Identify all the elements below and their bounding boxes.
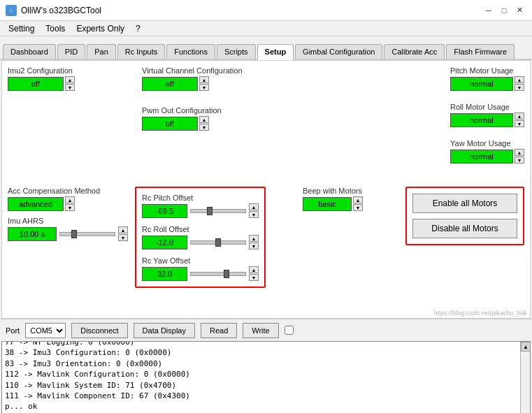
tab-pan[interactable]: Pan: [87, 44, 116, 59]
pwm-out-input[interactable]: [142, 117, 198, 131]
tab-flash-firmware[interactable]: Flash Firmware: [446, 44, 515, 59]
yaw-motor-down[interactable]: ▼: [515, 157, 524, 164]
bottom-bar: Port COM5 Disconnect Data Display Read W…: [0, 319, 532, 341]
rc-roll-input[interactable]: [142, 236, 187, 249]
log-line: p... ok: [5, 401, 517, 412]
pitch-motor-down[interactable]: ▼: [515, 84, 524, 91]
rc-roll-slider-track[interactable]: [190, 240, 246, 245]
scroll-track: [521, 352, 530, 413]
rc-yaw-input[interactable]: [142, 267, 187, 281]
menu-setting[interactable]: Setting: [3, 22, 40, 35]
pwm-out-down[interactable]: ▼: [199, 124, 209, 131]
imu2-input[interactable]: [8, 77, 64, 91]
roll-motor-section: Roll Motor Usage ▲ ▼: [450, 103, 524, 127]
disable-motors-button[interactable]: Disable all Motors: [412, 219, 517, 238]
tab-calibrate-acc[interactable]: Calibrate Acc: [384, 44, 445, 59]
roll-motor-down[interactable]: ▼: [515, 120, 524, 127]
tab-pid[interactable]: PID: [57, 44, 85, 59]
maximize-button[interactable]: □: [497, 4, 511, 17]
tab-dashboard[interactable]: Dashboard: [3, 44, 56, 59]
pitch-motor-input[interactable]: [450, 77, 513, 91]
imu2-section: Imu2 Configuration ▲ ▼: [8, 66, 75, 91]
virtual-ch-up[interactable]: ▲: [199, 76, 209, 83]
roll-motor-arrows: ▲ ▼: [515, 113, 524, 127]
rc-pitch-slider-track[interactable]: [190, 209, 246, 213]
port-select[interactable]: COM5: [25, 323, 66, 338]
pitch-motor-label: Pitch Motor Usage: [450, 66, 524, 75]
rc-yaw-slider-thumb[interactable]: [224, 270, 229, 278]
acc-comp-section: Acc Compensation Method ▲ ▼ Imu AHRS ▲ ▼: [8, 187, 128, 241]
virtual-ch-input-group: ▲ ▼: [142, 76, 243, 91]
rc-roll-up[interactable]: ▲: [249, 235, 259, 242]
data-display-button[interactable]: Data Display: [134, 323, 195, 338]
read-button[interactable]: Read: [201, 323, 237, 338]
tab-functions[interactable]: Functions: [166, 44, 215, 59]
title-bar-controls: ─ □ ✕: [482, 4, 526, 17]
write-button[interactable]: Write: [243, 323, 278, 338]
menu-experts-only[interactable]: Experts Only: [71, 22, 130, 35]
roll-motor-input[interactable]: [450, 113, 513, 127]
imu-ahrs-slider-thumb[interactable]: [71, 230, 77, 238]
tab-scripts[interactable]: Scripts: [217, 44, 256, 59]
rc-roll-down[interactable]: ▼: [249, 242, 259, 249]
log-area[interactable]: 77 -> NT Logging: 0 (0x0000)38 -> Imu3 C…: [2, 342, 520, 413]
port-label: Port: [6, 326, 20, 335]
pwm-out-up[interactable]: ▲: [199, 116, 209, 123]
roll-motor-label: Roll Motor Usage: [450, 103, 524, 111]
tab-bar: Dashboard PID Pan Rc Inputs Functions Sc…: [0, 36, 532, 60]
menu-help[interactable]: ?: [130, 22, 146, 35]
roll-motor-up[interactable]: ▲: [515, 113, 524, 119]
rc-roll-slider-group: ▲ ▼: [142, 235, 259, 249]
enable-motors-button[interactable]: Enable all Motors: [412, 194, 517, 213]
acc-comp-up[interactable]: ▲: [65, 196, 75, 203]
rc-yaw-slider-track[interactable]: [190, 272, 246, 276]
motor-buttons-box: Enable all Motors Disable all Motors: [405, 187, 524, 245]
rc-roll-arrows: ▲ ▼: [249, 235, 259, 249]
imu2-up[interactable]: ▲: [65, 76, 75, 83]
pitch-motor-up[interactable]: ▲: [515, 76, 524, 83]
beep-up[interactable]: ▲: [353, 196, 363, 203]
log-container: 77 -> NT Logging: 0 (0x0000)38 -> Imu3 C…: [1, 341, 531, 413]
minimize-button[interactable]: ─: [482, 4, 496, 17]
imu-ahrs-slider-track[interactable]: [59, 232, 115, 236]
disconnect-button[interactable]: Disconnect: [71, 323, 127, 338]
scroll-up[interactable]: ▲: [521, 342, 531, 352]
acc-comp-input[interactable]: [8, 197, 64, 211]
rc-pitch-up[interactable]: ▲: [249, 203, 259, 210]
rc-roll-slider-thumb[interactable]: [215, 238, 221, 247]
rc-yaw-group: Rc Yaw Offset ▲ ▼: [142, 256, 259, 281]
virtual-ch-down[interactable]: ▼: [199, 84, 209, 91]
checkbox[interactable]: [285, 326, 294, 335]
rc-yaw-up[interactable]: ▲: [249, 266, 259, 273]
rc-yaw-down[interactable]: ▼: [249, 274, 259, 281]
rc-pitch-input[interactable]: [142, 204, 187, 218]
imu-ahrs-input[interactable]: [8, 227, 57, 241]
yaw-motor-input[interactable]: [450, 150, 513, 164]
virtual-ch-input[interactable]: [142, 77, 198, 91]
log-line: 38 -> Imu3 Configuration: 0 (0x0000): [5, 347, 517, 358]
app-icon: ○: [6, 5, 17, 16]
close-button[interactable]: ✕: [512, 4, 526, 17]
scrollbar[interactable]: ▲ ▼: [520, 342, 530, 413]
beep-input[interactable]: [303, 197, 352, 211]
imu-ahrs-up[interactable]: ▲: [118, 226, 128, 233]
menu-bar: Setting Tools Experts Only ?: [0, 21, 532, 36]
yaw-motor-up[interactable]: ▲: [515, 149, 524, 156]
beep-down[interactable]: ▼: [353, 204, 363, 211]
imu2-label: Imu2 Configuration: [8, 66, 75, 75]
virtual-ch-arrows: ▲ ▼: [199, 76, 209, 91]
menu-tools[interactable]: Tools: [40, 22, 71, 35]
imu2-input-group: ▲ ▼: [8, 76, 75, 91]
title-bar-left: ○ OlliW's o323BGCTool: [6, 5, 101, 16]
tab-setup[interactable]: Setup: [257, 44, 294, 60]
rc-pitch-slider-thumb[interactable]: [207, 207, 213, 215]
pwm-out-section: Pwm Out Configuration ▲ ▼: [142, 106, 222, 131]
tab-rc-inputs[interactable]: Rc Inputs: [117, 44, 165, 59]
imu-ahrs-down[interactable]: ▼: [118, 234, 128, 241]
rc-pitch-down[interactable]: ▼: [249, 211, 259, 218]
pwm-out-label: Pwm Out Configuration: [142, 106, 222, 115]
imu2-down[interactable]: ▼: [65, 84, 75, 91]
tab-gimbal-config[interactable]: Gimbal Configuration: [295, 44, 382, 59]
acc-comp-down[interactable]: ▼: [65, 204, 75, 211]
rc-pitch-group: Rc Pitch Offset ▲ ▼: [142, 194, 259, 218]
